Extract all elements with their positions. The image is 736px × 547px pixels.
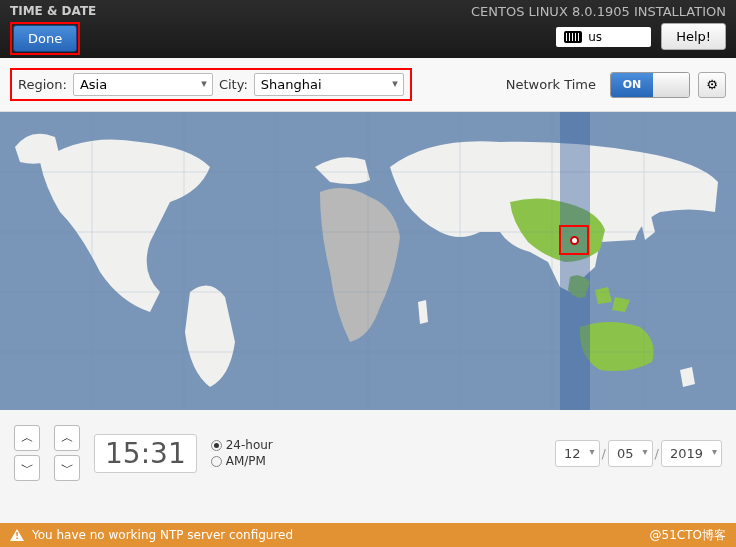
selected-timezone-band (560, 112, 590, 410)
done-highlight-box: Done (10, 22, 80, 55)
location-pin-icon (570, 236, 579, 245)
format-ampm-option[interactable]: AM/PM (211, 454, 273, 468)
keyboard-layout-selector[interactable]: us (556, 27, 651, 47)
page-title: TIME & DATE (10, 4, 96, 18)
date-group: 12 / 05 / 2019 (555, 440, 722, 467)
header: TIME & DATE Done CENTOS LINUX 8.0.1905 I… (0, 0, 736, 58)
header-left: TIME & DATE Done (10, 4, 96, 54)
done-button[interactable]: Done (13, 25, 77, 52)
watermark-text: @51CTO博客 (650, 527, 726, 544)
minute-up-button[interactable]: ︿ (54, 425, 80, 451)
warning-text: You have no working NTP server configure… (32, 528, 293, 542)
region-value: Asia (80, 77, 107, 92)
help-button[interactable]: Help! (661, 23, 726, 50)
warning-bar: ! You have no working NTP server configu… (0, 523, 736, 547)
minute-down-button[interactable]: ﹀ (54, 455, 80, 481)
install-title: CENTOS LINUX 8.0.1905 INSTALLATION (471, 4, 726, 19)
region-dropdown[interactable]: Asia (73, 73, 213, 96)
minute-value: 31 (150, 437, 186, 470)
keyboard-layout-value: us (588, 30, 602, 44)
keyboard-icon (564, 31, 582, 43)
time-settings-bar: ︿ ﹀ ︿ ﹀ 15:31 24-hour AM/PM 12 / 05 / 20… (0, 410, 736, 496)
city-dropdown[interactable]: Shanghai (254, 73, 404, 96)
controls-bar: Region: Asia City: Shanghai Network Time… (0, 58, 736, 112)
timezone-map[interactable] (0, 112, 736, 410)
warning-icon: ! (10, 529, 24, 541)
ntp-settings-button[interactable]: ⚙ (698, 72, 726, 98)
region-city-highlight-box: Region: Asia City: Shanghai (10, 68, 412, 101)
location-pin-highlight (559, 225, 589, 255)
gear-icon: ⚙ (706, 77, 718, 92)
day-dropdown[interactable]: 05 (608, 440, 653, 467)
hour-up-button[interactable]: ︿ (14, 425, 40, 451)
radio-icon (211, 440, 222, 451)
year-dropdown[interactable]: 2019 (661, 440, 722, 467)
month-dropdown[interactable]: 12 (555, 440, 600, 467)
time-display: 15:31 (94, 434, 197, 473)
toggle-knob (653, 73, 689, 97)
toggle-on-label: ON (611, 73, 653, 97)
region-label: Region: (18, 77, 67, 92)
network-time-label: Network Time (506, 77, 596, 92)
network-time-toggle[interactable]: ON (610, 72, 690, 98)
hour-down-button[interactable]: ﹀ (14, 455, 40, 481)
hour-value: 15 (105, 437, 141, 470)
world-map-svg (0, 112, 736, 410)
radio-icon (211, 456, 222, 467)
header-right: CENTOS LINUX 8.0.1905 INSTALLATION us He… (471, 4, 726, 54)
time-format-group: 24-hour AM/PM (211, 438, 273, 468)
format-24h-option[interactable]: 24-hour (211, 438, 273, 452)
city-label: City: (219, 77, 248, 92)
city-value: Shanghai (261, 77, 322, 92)
